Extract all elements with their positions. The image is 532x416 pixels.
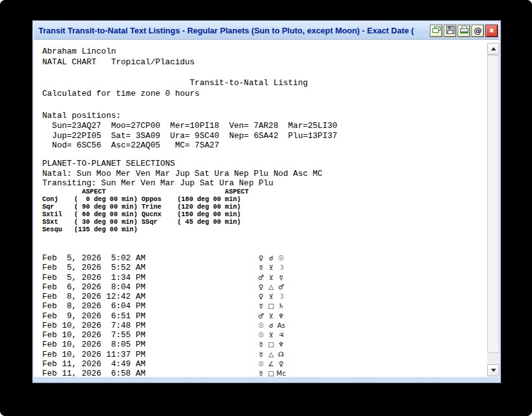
scroll-up-button[interactable] <box>487 43 499 55</box>
transit-row: Feb 8, 2026 12:42 AM ♀⊻☽ <box>34 292 499 301</box>
natal-point-glyph: ♂ <box>276 283 286 291</box>
scrollbar-track[interactable] <box>487 55 499 364</box>
transit-row: Feb 9, 2026 6:51 PM ♂⊻♆ <box>34 311 499 321</box>
scroll-down-button[interactable] <box>487 364 499 376</box>
natal-point-glyph: ♆ <box>276 312 286 320</box>
transit-row: Feb 5, 2026 5:02 AM ♀☌☉ <box>34 253 499 263</box>
transit-row: Feb 5, 2026 5:52 AM ☿⊻☽ <box>34 263 499 272</box>
aspect-glyph: ⊻ <box>266 263 276 272</box>
transit-datetime: Feb 11, 2026 4:49 AM <box>42 359 146 369</box>
transit-row: Feb 8, 2026 6:04 PM ☿□♄ <box>34 301 499 311</box>
transit-aspect-symbols: ☿⊻☽ <box>256 263 286 272</box>
email-at-icon: @ <box>474 26 482 35</box>
transiting-planet-glyph: ♀ <box>256 283 266 291</box>
transiting-planet-glyph: ☿ <box>256 350 266 359</box>
natal-point-glyph: ☽ <box>276 263 286 272</box>
natal-point-glyph: Mc <box>276 369 286 376</box>
transit-aspect-symbols: ☿□Mc <box>256 369 286 376</box>
transit-listing: Feb 5, 2026 5:02 AM ♀☌☉ Feb 5, 2026 5:52… <box>34 253 499 376</box>
transit-datetime: Feb 8, 2026 12:42 AM <box>42 292 146 301</box>
transiting-planet-glyph: ☉ <box>256 331 266 339</box>
transit-datetime: Feb 6, 2026 8:04 PM <box>42 282 146 292</box>
natal-point-glyph: As <box>276 321 286 330</box>
email-button[interactable]: @ <box>472 25 483 37</box>
copy-icon <box>432 26 441 35</box>
copy-button[interactable] <box>431 25 442 37</box>
transit-datetime: Feb 10, 2026 7:48 PM <box>42 321 146 330</box>
transiting-planet-glyph: ♀ <box>256 254 266 262</box>
printer-icon <box>460 26 469 36</box>
desktop-background: Transit Transit-to-Natal Text Listings -… <box>0 0 532 416</box>
vertical-scrollbar[interactable] <box>487 43 499 376</box>
natal-point-glyph: ☽ <box>276 292 286 301</box>
natal-positions: Natal positions: Sun=23AQ27 Moo=27CP00 M… <box>42 111 337 151</box>
report-window: Transit Transit-to-Natal Text Listings -… <box>33 21 500 383</box>
transit-datetime: Feb 5, 2026 5:02 AM <box>42 253 146 263</box>
scrollbar-thumb[interactable] <box>487 55 499 353</box>
natal-point-glyph: ♆ <box>276 340 286 349</box>
transit-aspect-symbols: ☉⊻♃ <box>256 331 286 339</box>
aspect-glyph: △ <box>266 350 276 359</box>
aspect-glyph: ∠ <box>266 360 276 368</box>
transiting-planet-glyph: ☿ <box>256 340 266 349</box>
transiting-planet-glyph: ☿ <box>256 302 266 310</box>
transiting-planet-glyph: ☉ <box>256 360 266 368</box>
transit-datetime: Feb 10, 2026 7:55 PM <box>42 330 146 340</box>
transit-aspect-symbols: ♀☌☉ <box>256 254 286 262</box>
aspect-glyph: ⊻ <box>266 292 276 301</box>
transit-datetime: Feb 11, 2026 6:58 AM <box>42 369 146 376</box>
aspect-glyph: □ <box>266 369 276 376</box>
transit-datetime: Feb 5, 2026 5:52 AM <box>42 263 146 272</box>
report-header: Abraham Lincoln NATAL CHART Tropical/Pla… <box>42 47 308 100</box>
arrow-up-icon <box>491 47 496 50</box>
transit-row: Feb 11, 2026 4:49 AM ☉∠♀ <box>34 359 499 369</box>
transit-aspect-symbols: ☿□♆ <box>256 340 286 349</box>
transiting-planet-glyph: ♀ <box>256 292 266 301</box>
natal-point-glyph: ♄ <box>276 302 286 310</box>
natal-point-glyph: ☿ <box>276 274 286 282</box>
transit-aspect-symbols: ☿□♄ <box>256 302 286 310</box>
transit-row: Feb 5, 2026 1:34 PM ♂⊻☿ <box>34 273 499 282</box>
transiting-planet-glyph: ♂ <box>256 274 266 282</box>
transit-aspect-symbols: ♂⊻☿ <box>256 274 286 282</box>
planet-selections: PLANET-TO-PLANET SELECTIONS Natal: Sun M… <box>42 159 323 188</box>
report-content: Abraham Lincoln NATAL CHART Tropical/Pla… <box>34 40 499 376</box>
transit-row: Feb 11, 2026 6:58 AM ☿□Mc <box>34 369 499 376</box>
print-button[interactable] <box>458 25 470 37</box>
aspect-glyph: □ <box>266 340 276 349</box>
transiting-planet-glyph: ☿ <box>256 369 266 376</box>
aspect-glyph: △ <box>266 283 276 291</box>
transit-row: Feb 10, 2026 11:37 PM ☿△☊ <box>34 350 499 359</box>
arrow-down-icon <box>491 369 496 372</box>
transit-aspect-symbols: ☉∠♀ <box>256 360 286 368</box>
aspect-glyph: ⊻ <box>266 274 276 282</box>
transit-row: Feb 10, 2026 7:55 PM ☉⊻♃ <box>34 330 499 340</box>
aspect-glyph: ⊻ <box>266 312 276 320</box>
close-icon: ✖ <box>489 28 494 34</box>
aspect-glyph: ⊻ <box>266 331 276 339</box>
transit-row: Feb 6, 2026 8:04 PM ♀△♂ <box>34 282 499 292</box>
window-title: Transit Transit-to-Natal Text Listings -… <box>38 26 428 35</box>
transit-datetime: Feb 9, 2026 6:51 PM <box>42 311 146 321</box>
aspect-glyph: ☌ <box>266 254 276 262</box>
close-button[interactable]: ✖ <box>486 25 497 37</box>
natal-point-glyph: ☉ <box>276 254 286 262</box>
aspect-glyph: ☌ <box>266 321 276 330</box>
transit-row: Feb 10, 2026 8:05 PM ☿□♆ <box>34 340 499 349</box>
titlebar-buttons: @ ✖ <box>431 25 497 37</box>
transiting-planet-glyph: ♂ <box>256 312 266 320</box>
transit-aspect-symbols: ☉☌As <box>256 321 286 330</box>
save-button[interactable] <box>444 25 456 37</box>
natal-point-glyph: ☊ <box>276 350 286 359</box>
natal-point-glyph: ♀ <box>276 360 286 368</box>
title-bar[interactable]: Transit Transit-to-Natal Text Listings -… <box>34 22 499 40</box>
aspect-glyph: □ <box>266 302 276 310</box>
transiting-planet-glyph: ☉ <box>256 321 266 330</box>
natal-point-glyph: ♃ <box>276 331 286 339</box>
transit-aspect-symbols: ♀⊻☽ <box>256 292 286 301</box>
transiting-planet-glyph: ☿ <box>256 263 266 272</box>
save-icon <box>446 26 454 36</box>
aspect-orb-table: ASPECT ASPECT Conj ( 0 deg 00 min) Oppos… <box>42 188 249 233</box>
transit-aspect-symbols: ☿△☊ <box>256 350 286 359</box>
transit-row: Feb 10, 2026 7:48 PM ☉☌As <box>34 321 499 330</box>
